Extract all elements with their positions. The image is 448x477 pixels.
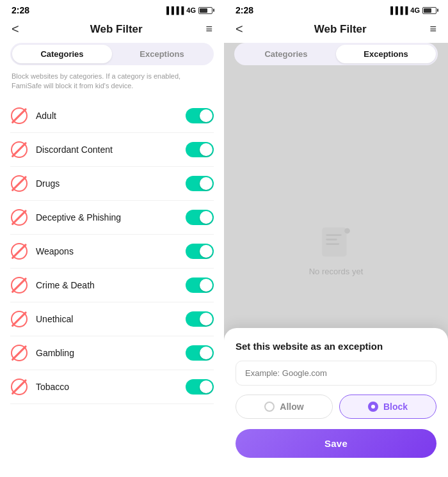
exception-input[interactable] [236,361,436,386]
right-signal-icon: ▐▐▐▐ [388,6,408,14]
right-tab-categories[interactable]: Categories [236,45,336,63]
right-tabs: Categories Exceptions [234,43,438,65]
block-option[interactable]: Block [339,395,436,419]
save-button[interactable]: Save [236,429,436,458]
allow-radio-dot [264,402,275,412]
tab-exceptions[interactable]: Exceptions [112,45,212,63]
category-name: Deceptive & Phishing [36,212,186,223]
right-page-title: Web Filter [314,23,367,36]
toggle-gambling[interactable] [186,345,214,361]
block-icon [10,378,28,396]
toggle-tobacco[interactable] [186,379,214,395]
category-name: Unethical [36,314,186,324]
signal-icon: ▐▐▐▐ [164,6,184,14]
list-item: Deceptive & Phishing [10,201,214,235]
block-radio-dot [368,402,378,412]
category-name: Adult [36,111,186,121]
toggle-deceptive[interactable] [186,210,214,225]
block-icon [10,107,28,125]
category-name: Discordant Content [36,145,186,155]
allow-option[interactable]: Allow [236,395,333,419]
left-tabs: Categories Exceptions [10,43,214,65]
right-panel: 2:28 ▐▐▐▐ 4G < Web Filter ≡ Categories E… [224,0,448,477]
category-name: Weapons [36,246,186,256]
list-item: Crime & Death [10,269,214,302]
right-status-bar: 2:28 ▐▐▐▐ 4G [224,0,448,18]
list-item: Adult [10,99,214,133]
list-item: Weapons [10,235,214,269]
bottom-sheet-title: Set this website as an exception [236,341,436,352]
right-menu-button[interactable]: ≡ [429,22,436,36]
bottom-sheet: Set this website as an exception Allow B… [224,328,448,477]
category-name: Gambling [36,348,186,358]
left-header: < Web Filter ≡ [0,18,224,43]
categories-list: Adult Discordant Content Drugs Deceptive… [0,99,224,477]
block-label: Block [383,402,408,412]
battery-icon [198,7,212,14]
right-tab-exceptions[interactable]: Exceptions [336,45,436,63]
block-icon [10,344,28,362]
right-time: 2:28 [236,5,253,15]
block-icon [10,276,28,294]
block-icon [10,141,28,159]
category-name: Crime & Death [36,280,186,290]
right-back-button[interactable]: < [236,22,251,36]
list-item: Tobacco [10,370,214,404]
left-back-button[interactable]: < [12,22,27,36]
right-battery-icon [422,7,436,14]
category-name: Drugs [36,178,186,189]
toggle-adult[interactable] [186,108,214,123]
block-icon [10,310,28,328]
list-item: Unethical [10,302,214,336]
toggle-unethical[interactable] [186,311,214,327]
left-time: 2:28 [12,5,29,15]
categories-description: Block websites by categories. If a categ… [0,72,224,99]
list-item: Gambling [10,336,214,370]
network-type: 4G [186,6,196,14]
category-name: Tobacco [36,382,186,392]
left-menu-button[interactable]: ≡ [205,22,212,36]
radio-group: Allow Block [236,395,436,419]
right-header: < Web Filter ≡ [224,18,448,43]
left-panel: 2:28 ▐▐▐▐ 4G < Web Filter ≡ Categories E… [0,0,224,477]
list-item: Drugs [10,167,214,201]
toggle-crime[interactable] [186,278,214,293]
right-network-type: 4G [410,6,420,14]
block-icon [10,208,28,226]
left-status-bar: 2:28 ▐▐▐▐ 4G [0,0,224,18]
left-status-icons: ▐▐▐▐ 4G [164,6,212,14]
toggle-drugs[interactable] [186,176,214,191]
list-item: Discordant Content [10,133,214,167]
tab-categories[interactable]: Categories [12,45,112,63]
right-status-icons: ▐▐▐▐ 4G [388,6,436,14]
allow-label: Allow [280,402,303,412]
toggle-discordant[interactable] [186,142,214,157]
block-icon [10,242,28,260]
block-icon [10,175,28,192]
left-page-title: Web Filter [90,23,143,36]
toggle-weapons[interactable] [186,244,214,259]
